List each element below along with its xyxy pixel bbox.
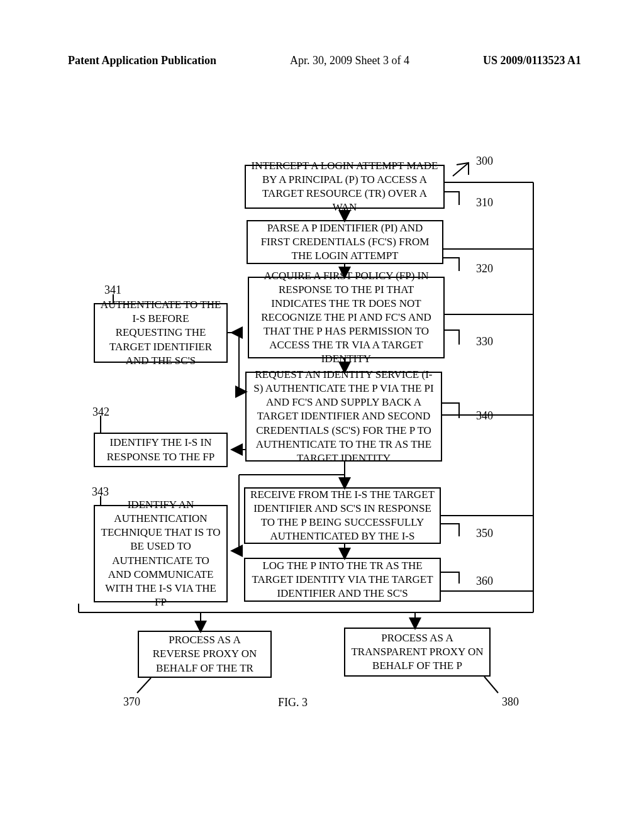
svg-line-29 [484,677,498,693]
step-340-box: REQUEST AN IDENTITY SERVICE (I-S) AUTHEN… [245,372,442,462]
step-320-box: PARSE A P IDENTIFIER (PI) AND FIRST CRED… [247,220,443,264]
header-left: Patent Application Publication [68,54,216,67]
step-342-box: IDENTIFY THE I-S IN RESPONSE TO THE FP [94,433,228,467]
label-320: 320 [476,262,493,275]
step-360-box: LOG THE P INTO THE TR AS THE TARGET IDEN… [244,558,441,602]
header-mid: Apr. 30, 2009 Sheet 3 of 4 [290,54,409,67]
label-300: 300 [476,155,493,168]
label-310: 310 [476,196,493,209]
step-330-box: ACQUIRE A FIRST POLICY (FP) IN RESPONSE … [248,277,445,358]
label-330: 330 [476,335,493,348]
step-350-box: RECEIVE FROM THE I-S THE TARGET IDENTIFI… [244,487,441,544]
header-right: US 2009/0113523 A1 [483,54,581,67]
svg-line-5 [453,163,469,176]
svg-line-28 [137,678,151,693]
step-370-box: PROCESS AS A REVERSE PROXY ON BEHALF OF … [138,631,272,678]
step-380-box: PROCESS AS A TRANSPARENT PROXY ON BEHALF… [344,628,491,677]
label-340: 340 [476,409,493,423]
step-310-box: INTERCEPT A LOGIN ATTEMPT MADE BY A PRIN… [245,165,445,209]
label-380: 380 [502,695,519,709]
figure-label: FIG. 3 [278,696,308,709]
label-370: 370 [123,695,140,709]
step-341-box: AUTHENTICATE TO THE I-S BEFORE REQUESTIN… [94,303,228,363]
label-341: 341 [104,284,121,297]
step-343-box: IDENTIFY AN AUTHENTICATION TECHNIQUE THA… [94,505,228,602]
label-343: 343 [92,485,109,499]
label-360: 360 [476,575,493,588]
label-350: 350 [476,527,493,540]
label-342: 342 [92,406,109,419]
